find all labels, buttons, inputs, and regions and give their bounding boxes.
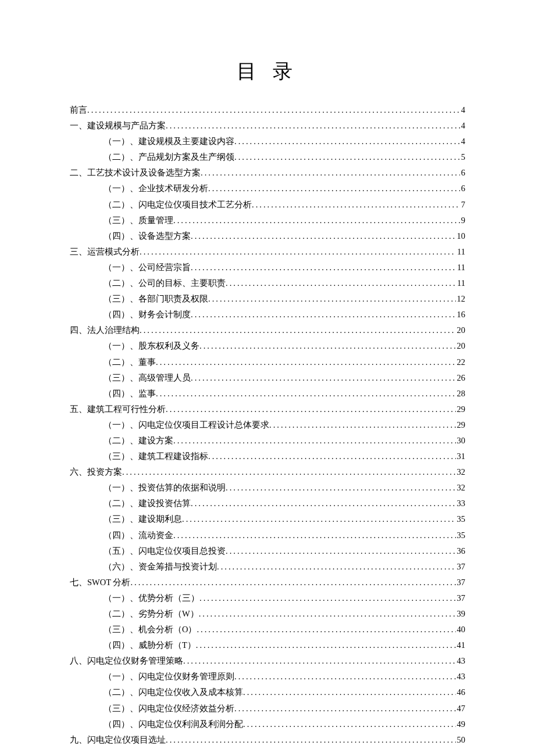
toc-entry[interactable]: （四）、财务会计制度16 bbox=[70, 307, 465, 322]
toc-leader-dots bbox=[166, 402, 456, 417]
toc-entry[interactable]: 七、SWOT 分析37 bbox=[70, 575, 465, 590]
toc-leader-dots bbox=[182, 511, 456, 526]
toc-entry[interactable]: （一）、优势分析（三）37 bbox=[70, 590, 465, 605]
toc-entry-page: 35 bbox=[456, 511, 466, 526]
toc-entry[interactable]: 五、建筑工程可行性分析29 bbox=[70, 402, 465, 417]
toc-entry[interactable]: （三）、高级管理人员26 bbox=[70, 370, 465, 385]
toc-entry-page: 9 bbox=[460, 213, 465, 228]
toc-entry[interactable]: （二）、劣势分析（W）39 bbox=[70, 606, 465, 621]
toc-entry[interactable]: （一）、建设规模及主要建设内容4 bbox=[70, 134, 465, 149]
toc-leader-dots bbox=[199, 338, 456, 353]
toc-entry-label: 八、闪电定位仪财务管理策略 bbox=[70, 653, 183, 668]
toc-entry[interactable]: 九、闪电定位仪项目选址50 bbox=[70, 732, 465, 747]
toc-entry[interactable]: （三）、质量管理9 bbox=[70, 213, 465, 228]
toc-leader-dots bbox=[269, 417, 456, 432]
toc-leader-dots bbox=[140, 244, 456, 259]
toc-entry[interactable]: 六、投资方案32 bbox=[70, 464, 465, 479]
toc-entry-page: 39 bbox=[456, 606, 466, 621]
toc-entry-label: 五、建筑工程可行性分析 bbox=[70, 402, 166, 417]
toc-entry-page: 36 bbox=[456, 543, 466, 558]
toc-leader-dots bbox=[191, 496, 456, 511]
toc-entry[interactable]: （二）、董事22 bbox=[70, 354, 465, 370]
toc-entry-label: （二）、董事 bbox=[104, 354, 156, 370]
toc-entry[interactable]: （二）、建设投资估算33 bbox=[70, 496, 465, 511]
toc-entry-page: 29 bbox=[456, 402, 466, 417]
toc-entry-label: （三）、各部门职责及权限 bbox=[104, 291, 208, 306]
toc-entry[interactable]: （一）、投资估算的依据和说明32 bbox=[70, 480, 465, 495]
toc-entry[interactable]: （五）、闪电定位仪项目总投资36 bbox=[70, 543, 465, 558]
toc-leader-dots bbox=[243, 685, 456, 700]
toc-leader-dots bbox=[173, 528, 456, 543]
toc-leader-dots bbox=[199, 590, 456, 605]
toc-entry-page: 26 bbox=[456, 370, 466, 385]
toc-entry-label: （三）、建设期利息 bbox=[104, 511, 182, 526]
toc-entry-page: 6 bbox=[460, 181, 465, 196]
toc-entry[interactable]: （三）、各部门职责及权限12 bbox=[70, 291, 465, 306]
toc-entry-label: （四）、设备选型方案 bbox=[104, 228, 191, 243]
toc-entry-label: 前言 bbox=[70, 102, 87, 117]
toc-entry[interactable]: （四）、设备选型方案10 bbox=[70, 228, 465, 243]
toc-entry[interactable]: 三、运营模式分析11 bbox=[70, 244, 465, 259]
toc-entry-page: 41 bbox=[456, 637, 466, 653]
toc-entry-page: 4 bbox=[460, 134, 465, 149]
toc-entry[interactable]: （二）、公司的目标、主要职责11 bbox=[70, 275, 465, 291]
toc-leader-dots bbox=[166, 118, 460, 133]
toc-entry-label: （五）、闪电定位仪项目总投资 bbox=[104, 543, 226, 558]
toc-entry[interactable]: （三）、机会分析（O）40 bbox=[70, 622, 465, 637]
toc-entry-page: 31 bbox=[456, 449, 466, 464]
toc-entry[interactable]: （一）、闪电定位仪财务管理原则43 bbox=[70, 669, 465, 684]
toc-entry-label: （三）、质量管理 bbox=[104, 213, 173, 228]
toc-entry-page: 5 bbox=[460, 149, 465, 164]
toc-leader-dots bbox=[191, 370, 456, 385]
toc-entry[interactable]: （一）、公司经营宗旨11 bbox=[70, 260, 465, 275]
toc-entry-label: （二）、劣势分析（W） bbox=[104, 606, 199, 621]
toc-entry-label: （三）、机会分析（O） bbox=[104, 622, 197, 637]
toc-entry[interactable]: （四）、监事28 bbox=[70, 386, 465, 401]
toc-entry-page: 37 bbox=[456, 590, 466, 605]
toc-entry-label: （二）、公司的目标、主要职责 bbox=[104, 275, 226, 291]
toc-entry-label: （四）、闪电定位仪利润及利润分配 bbox=[104, 716, 243, 732]
toc-entry[interactable]: （一）、股东权利及义务20 bbox=[70, 338, 465, 353]
toc-leader-dots bbox=[226, 275, 456, 291]
toc-entry[interactable]: （三）、建筑工程建设指标31 bbox=[70, 449, 465, 464]
toc-entry-label: （六）、资金筹措与投资计划 bbox=[104, 559, 217, 574]
toc-leader-dots bbox=[191, 228, 456, 243]
toc-leader-dots bbox=[226, 543, 456, 558]
toc-entry-page: 20 bbox=[456, 338, 466, 353]
toc-entry-label: 二、工艺技术设计及设备选型方案 bbox=[70, 165, 201, 180]
toc-leader-dots bbox=[87, 102, 460, 117]
toc-entry-page: 22 bbox=[456, 354, 466, 370]
toc-entry-label: （一）、闪电定位仪项目工程设计总体要求 bbox=[104, 417, 269, 432]
toc-entry[interactable]: 前言4 bbox=[70, 102, 465, 117]
toc-entry-label: （二）、闪电定位仪收入及成本核算 bbox=[104, 685, 243, 700]
toc-entry-label: （四）、监事 bbox=[104, 386, 156, 401]
toc-entry-label: （一）、投资估算的依据和说明 bbox=[104, 480, 226, 495]
toc-leader-dots bbox=[234, 701, 456, 716]
toc-entry-page: 11 bbox=[456, 275, 465, 291]
toc-leader-dots bbox=[173, 433, 456, 448]
toc-leader-dots bbox=[197, 622, 455, 637]
toc-entry-label: （一）、企业技术研发分析 bbox=[104, 181, 208, 196]
toc-entry[interactable]: （三）、闪电定位仪经济效益分析47 bbox=[70, 701, 465, 716]
toc-entry[interactable]: （二）、闪电定位仪收入及成本核算46 bbox=[70, 685, 465, 700]
toc-entry[interactable]: （二）、产品规划方案及生产纲领5 bbox=[70, 149, 465, 164]
toc-entry[interactable]: （一）、闪电定位仪项目工程设计总体要求29 bbox=[70, 417, 465, 432]
toc-entry[interactable]: （四）、闪电定位仪利润及利润分配49 bbox=[70, 716, 465, 732]
toc-entry[interactable]: 八、闪电定位仪财务管理策略43 bbox=[70, 653, 465, 668]
toc-entry-page: 37 bbox=[456, 559, 466, 574]
toc-entry[interactable]: 二、工艺技术设计及设备选型方案6 bbox=[70, 165, 465, 180]
toc-leader-dots bbox=[173, 213, 460, 228]
toc-entry[interactable]: （四）、威胁分析（T）41 bbox=[70, 637, 465, 653]
toc-entry[interactable]: （三）、建设期利息35 bbox=[70, 511, 465, 526]
toc-entry[interactable]: （一）、企业技术研发分析6 bbox=[70, 181, 465, 196]
toc-entry[interactable]: 四、法人治理结构20 bbox=[70, 323, 465, 338]
toc-leader-dots bbox=[183, 653, 456, 668]
toc-entry-page: 50 bbox=[456, 732, 466, 747]
toc-entry[interactable]: 一、建设规模与产品方案4 bbox=[70, 118, 465, 133]
toc-entry-page: 43 bbox=[456, 653, 466, 668]
toc-entry[interactable]: （二）、建设方案30 bbox=[70, 433, 465, 448]
toc-entry[interactable]: （四）、流动资金35 bbox=[70, 528, 465, 543]
toc-entry[interactable]: （二）、闪电定位仪项目技术工艺分析7 bbox=[70, 197, 465, 212]
toc-entry-page: 6 bbox=[460, 165, 465, 180]
toc-entry[interactable]: （六）、资金筹措与投资计划37 bbox=[70, 559, 465, 574]
